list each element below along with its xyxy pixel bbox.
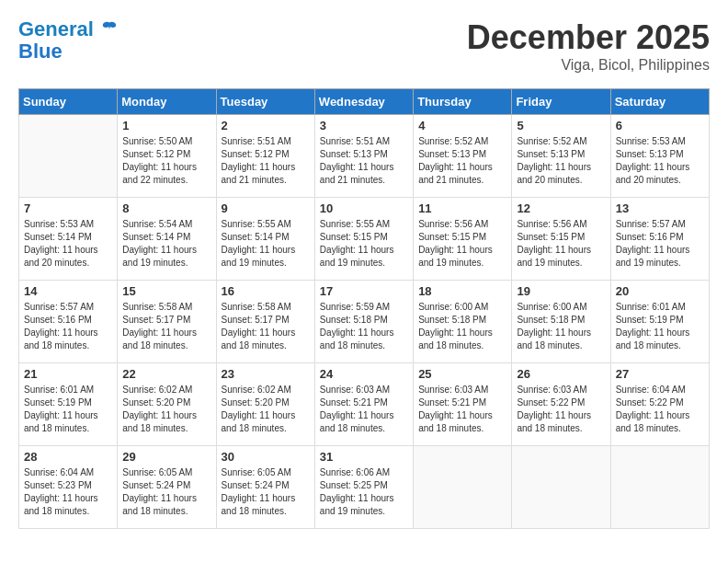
day-number: 13 bbox=[616, 201, 704, 215]
day-info: Sunrise: 6:06 AMSunset: 5:25 PMDaylight:… bbox=[320, 466, 408, 518]
day-number: 23 bbox=[222, 367, 310, 381]
calendar-cell: 4Sunrise: 5:52 AMSunset: 5:13 PMDaylight… bbox=[414, 115, 512, 198]
calendar-week-row: 14Sunrise: 5:57 AMSunset: 5:16 PMDayligh… bbox=[19, 281, 710, 363]
day-info: Sunrise: 6:05 AMSunset: 5:24 PMDaylight:… bbox=[222, 466, 310, 518]
day-number: 19 bbox=[517, 284, 605, 298]
day-info: Sunrise: 5:55 AMSunset: 5:14 PMDaylight:… bbox=[222, 218, 310, 270]
day-number: 5 bbox=[517, 119, 605, 132]
logo-bird-icon bbox=[101, 19, 118, 36]
day-number: 15 bbox=[122, 284, 210, 298]
day-number: 11 bbox=[418, 201, 506, 215]
calendar-week-row: 1Sunrise: 5:50 AMSunset: 5:12 PMDaylight… bbox=[19, 115, 710, 198]
day-number: 10 bbox=[320, 201, 408, 215]
logo-text: General bbox=[18, 18, 118, 40]
day-info: Sunrise: 6:00 AMSunset: 5:18 PMDaylight:… bbox=[517, 301, 605, 352]
day-number: 1 bbox=[122, 119, 210, 132]
day-number: 28 bbox=[24, 450, 112, 464]
day-number: 22 bbox=[122, 367, 210, 381]
calendar-cell: 11Sunrise: 5:56 AMSunset: 5:15 PMDayligh… bbox=[414, 198, 512, 281]
weekday-header-saturday: Saturday bbox=[610, 89, 709, 115]
calendar-cell: 3Sunrise: 5:51 AMSunset: 5:13 PMDaylight… bbox=[314, 115, 413, 198]
day-info: Sunrise: 6:03 AMSunset: 5:22 PMDaylight:… bbox=[517, 384, 605, 435]
day-info: Sunrise: 5:51 AMSunset: 5:13 PMDaylight:… bbox=[320, 135, 408, 187]
calendar-cell: 20Sunrise: 6:01 AMSunset: 5:19 PMDayligh… bbox=[610, 281, 709, 363]
day-number: 24 bbox=[320, 367, 408, 381]
calendar-cell: 30Sunrise: 6:05 AMSunset: 5:24 PMDayligh… bbox=[216, 446, 314, 529]
weekday-header-monday: Monday bbox=[118, 89, 216, 115]
calendar-cell bbox=[512, 446, 610, 529]
calendar-cell: 23Sunrise: 6:02 AMSunset: 5:20 PMDayligh… bbox=[216, 363, 314, 446]
day-info: Sunrise: 5:55 AMSunset: 5:15 PMDaylight:… bbox=[320, 218, 408, 270]
day-number: 25 bbox=[418, 367, 506, 381]
day-number: 7 bbox=[24, 201, 112, 215]
day-info: Sunrise: 6:04 AMSunset: 5:22 PMDaylight:… bbox=[616, 384, 704, 435]
day-info: Sunrise: 5:56 AMSunset: 5:15 PMDaylight:… bbox=[418, 218, 506, 270]
day-number: 17 bbox=[320, 284, 408, 298]
day-number: 29 bbox=[122, 450, 210, 464]
calendar-cell: 9Sunrise: 5:55 AMSunset: 5:14 PMDaylight… bbox=[216, 198, 314, 281]
calendar-cell: 19Sunrise: 6:00 AMSunset: 5:18 PMDayligh… bbox=[512, 281, 610, 363]
day-info: Sunrise: 5:58 AMSunset: 5:17 PMDaylight:… bbox=[122, 301, 210, 352]
logo-line1: General bbox=[18, 17, 94, 40]
calendar-cell: 2Sunrise: 5:51 AMSunset: 5:12 PMDaylight… bbox=[216, 115, 314, 198]
day-info: Sunrise: 6:04 AMSunset: 5:23 PMDaylight:… bbox=[24, 466, 112, 518]
calendar-cell bbox=[610, 446, 709, 529]
page-header: General Blue December 2025 Viga, Bicol, … bbox=[18, 18, 710, 74]
day-number: 20 bbox=[616, 284, 704, 298]
day-number: 30 bbox=[222, 450, 310, 464]
day-number: 8 bbox=[122, 201, 210, 215]
day-info: Sunrise: 5:52 AMSunset: 5:13 PMDaylight:… bbox=[418, 135, 506, 187]
calendar-week-row: 7Sunrise: 5:53 AMSunset: 5:14 PMDaylight… bbox=[19, 198, 710, 281]
calendar-cell: 21Sunrise: 6:01 AMSunset: 5:19 PMDayligh… bbox=[19, 363, 118, 446]
weekday-header-sunday: Sunday bbox=[19, 89, 118, 115]
calendar-cell: 25Sunrise: 6:03 AMSunset: 5:21 PMDayligh… bbox=[414, 363, 512, 446]
day-info: Sunrise: 5:51 AMSunset: 5:12 PMDaylight:… bbox=[222, 135, 310, 187]
day-info: Sunrise: 6:00 AMSunset: 5:18 PMDaylight:… bbox=[418, 301, 506, 352]
day-number: 4 bbox=[418, 119, 506, 132]
calendar-cell: 8Sunrise: 5:54 AMSunset: 5:14 PMDaylight… bbox=[118, 198, 216, 281]
calendar-table: SundayMondayTuesdayWednesdayThursdayFrid… bbox=[18, 88, 710, 529]
calendar-cell: 14Sunrise: 5:57 AMSunset: 5:16 PMDayligh… bbox=[19, 281, 118, 363]
day-number: 31 bbox=[320, 450, 408, 464]
calendar-cell bbox=[19, 115, 118, 198]
calendar-cell: 22Sunrise: 6:02 AMSunset: 5:20 PMDayligh… bbox=[118, 363, 216, 446]
location-title: Viga, Bicol, Philippines bbox=[467, 57, 710, 74]
calendar-cell: 15Sunrise: 5:58 AMSunset: 5:17 PMDayligh… bbox=[118, 281, 216, 363]
calendar-cell: 18Sunrise: 6:00 AMSunset: 5:18 PMDayligh… bbox=[414, 281, 512, 363]
day-info: Sunrise: 5:56 AMSunset: 5:15 PMDaylight:… bbox=[517, 218, 605, 270]
title-block: December 2025 Viga, Bicol, Philippines bbox=[467, 18, 710, 74]
calendar-week-row: 21Sunrise: 6:01 AMSunset: 5:19 PMDayligh… bbox=[19, 363, 710, 446]
calendar-cell: 29Sunrise: 6:05 AMSunset: 5:24 PMDayligh… bbox=[118, 446, 216, 529]
day-info: Sunrise: 5:52 AMSunset: 5:13 PMDaylight:… bbox=[517, 135, 605, 187]
calendar-cell: 12Sunrise: 5:56 AMSunset: 5:15 PMDayligh… bbox=[512, 198, 610, 281]
day-number: 21 bbox=[24, 367, 112, 381]
calendar-cell: 5Sunrise: 5:52 AMSunset: 5:13 PMDaylight… bbox=[512, 115, 610, 198]
day-number: 27 bbox=[616, 367, 704, 381]
day-number: 9 bbox=[222, 201, 310, 215]
day-info: Sunrise: 6:05 AMSunset: 5:24 PMDaylight:… bbox=[122, 466, 210, 518]
logo-line2: Blue bbox=[18, 40, 118, 63]
day-number: 6 bbox=[616, 119, 704, 132]
day-number: 16 bbox=[222, 284, 310, 298]
calendar-header-row: SundayMondayTuesdayWednesdayThursdayFrid… bbox=[19, 89, 710, 115]
day-info: Sunrise: 5:53 AMSunset: 5:13 PMDaylight:… bbox=[616, 135, 704, 187]
day-number: 14 bbox=[24, 284, 112, 298]
day-info: Sunrise: 5:59 AMSunset: 5:18 PMDaylight:… bbox=[320, 301, 408, 352]
calendar-cell: 13Sunrise: 5:57 AMSunset: 5:16 PMDayligh… bbox=[610, 198, 709, 281]
logo: General Blue bbox=[18, 18, 118, 63]
calendar-week-row: 28Sunrise: 6:04 AMSunset: 5:23 PMDayligh… bbox=[19, 446, 710, 529]
day-info: Sunrise: 5:57 AMSunset: 5:16 PMDaylight:… bbox=[616, 218, 704, 270]
day-number: 18 bbox=[418, 284, 506, 298]
calendar-cell: 24Sunrise: 6:03 AMSunset: 5:21 PMDayligh… bbox=[314, 363, 413, 446]
calendar-cell: 27Sunrise: 6:04 AMSunset: 5:22 PMDayligh… bbox=[610, 363, 709, 446]
day-info: Sunrise: 5:53 AMSunset: 5:14 PMDaylight:… bbox=[24, 218, 112, 270]
day-number: 2 bbox=[222, 119, 310, 132]
day-info: Sunrise: 6:01 AMSunset: 5:19 PMDaylight:… bbox=[24, 384, 112, 435]
day-info: Sunrise: 5:50 AMSunset: 5:12 PMDaylight:… bbox=[122, 135, 210, 187]
calendar-cell: 10Sunrise: 5:55 AMSunset: 5:15 PMDayligh… bbox=[314, 198, 413, 281]
calendar-cell: 1Sunrise: 5:50 AMSunset: 5:12 PMDaylight… bbox=[118, 115, 216, 198]
calendar-cell: 6Sunrise: 5:53 AMSunset: 5:13 PMDaylight… bbox=[610, 115, 709, 198]
day-info: Sunrise: 6:03 AMSunset: 5:21 PMDaylight:… bbox=[418, 384, 506, 435]
calendar-cell bbox=[414, 446, 512, 529]
month-title: December 2025 bbox=[467, 18, 710, 57]
